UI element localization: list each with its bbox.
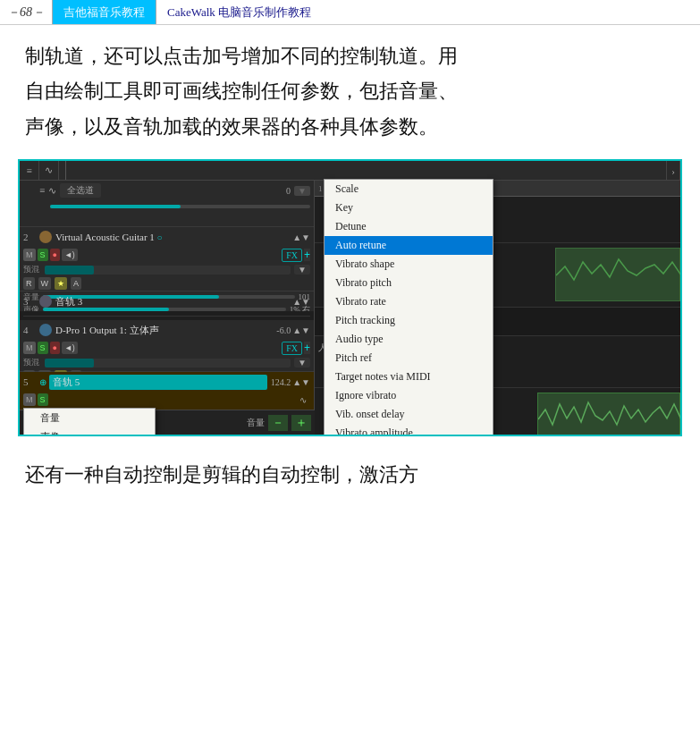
ruler-tick-1: 1 <box>318 184 323 193</box>
track2-type-dropdown[interactable]: ▼ <box>294 265 310 275</box>
bottom-minus-btn[interactable]: － <box>268 415 288 431</box>
track4-arrows: ▲▼ <box>292 325 310 335</box>
track1-name: 全选道 <box>60 183 286 198</box>
track2-midi-indicator: ○ <box>157 232 163 242</box>
menu-target-notes[interactable]: Target notes via MIDI <box>325 368 493 386</box>
track3-name: 音轨 3 <box>55 295 292 308</box>
track4-type-bar <box>45 359 291 368</box>
track3-num: 3 <box>23 296 36 307</box>
track4-name: D-Pro 1 Output 1: 立体声 <box>55 324 273 337</box>
track1-slider <box>20 200 314 213</box>
text-section-top: 制轨道，还可以点击加号增加不同的控制轨道。用 自由绘制工具即可画线控制任何参数，… <box>0 25 700 150</box>
menu-audio-type[interactable]: Audio type <box>325 330 493 349</box>
track5-num: 5 <box>23 376 36 387</box>
track1-name-label: 全选道 <box>60 183 101 198</box>
track4-solo-btn[interactable]: S <box>38 342 48 354</box>
daw-topbar: ≡ ∿ › <box>20 161 680 181</box>
menu-vibrato-amplitude[interactable]: Vibrato amplitude <box>325 424 493 436</box>
daw-scroll-btn[interactable]: › <box>666 161 680 181</box>
daw-btn-1[interactable]: ≡ <box>20 161 39 181</box>
tab-guitar-music[interactable]: 吉他福音乐教程 <box>53 0 156 24</box>
track2-solo-btn[interactable]: S <box>38 249 48 261</box>
track3-header: 3 音轨 3 ▲▼ <box>20 291 314 311</box>
track5-header: 5 ⊕ 音轨 5 124.2 ▲▼ <box>20 372 314 392</box>
track2-name: Virtual Acoustic Guitar 1 ○ <box>55 232 292 242</box>
track3-icon <box>39 295 52 308</box>
menu-pitch-tracking[interactable]: Pitch tracking <box>325 311 493 330</box>
menu-vib-onset-delay[interactable]: Vib. onset delay <box>325 405 493 424</box>
daw-btn-2[interactable]: ∿ <box>39 161 59 181</box>
track5-mute-btn[interactable]: M <box>23 393 36 406</box>
menu-scale[interactable]: Scale <box>325 180 493 199</box>
track5-submenu: 音量 声像 自动控制的静音 PC-音轨压缩器 ► PC-音轨均衡器 ► PC-音… <box>23 408 156 436</box>
bottom-text-section: 还有一种自动控制是剪辑的自动控制，激活方 <box>0 445 700 496</box>
track4-row3: 预混 ▼ <box>20 356 314 369</box>
track2-star-btn[interactable]: ★ <box>55 277 67 290</box>
track4-monitor-btn[interactable]: ◄) <box>62 342 78 354</box>
track-lane-1: ≡ ∿ 全选道 0 ▼ <box>20 181 314 227</box>
menu-detune[interactable]: Detune <box>325 217 493 236</box>
track3-line <box>23 316 310 317</box>
track2-num: 2 <box>23 232 36 242</box>
bottom-vol-label: 音量 <box>247 417 265 429</box>
text-line-1: 制轨道，还可以点击加号增加不同的控制轨道。用 <box>25 39 675 72</box>
track2-a-btn[interactable]: A <box>71 277 81 290</box>
track4-add-btn[interactable]: + <box>304 342 310 354</box>
track4-btns: M S ● ◄) FX + <box>20 340 314 356</box>
track4-icon <box>39 324 52 336</box>
context-menu: Scale Key Detune Auto retune Vibrato sha… <box>324 179 493 436</box>
track4-value: -6.0 <box>276 325 291 335</box>
track2-row3: 预混 ▼ <box>20 263 314 276</box>
track5-midi-icon: ⊕ <box>39 377 46 387</box>
bottom-plus-btn[interactable]: ＋ <box>291 415 311 431</box>
track-lane-2: 2 Virtual Acoustic Guitar 1 ○ ▲▼ M S ● ◄… <box>20 227 314 291</box>
daw-container: ≡ ∿ › ≡ ∿ 全选道 0 ▼ <box>18 159 682 436</box>
track1-wave-icon: ∿ <box>48 185 56 197</box>
track3-content <box>20 311 314 320</box>
menu-vibrato-pitch[interactable]: Vibrato pitch <box>325 274 493 292</box>
track1-header: ≡ ∿ 全选道 0 ▼ <box>20 181 314 200</box>
track1-icon: ≡ <box>39 185 45 196</box>
track4-type-label: 预混 <box>23 357 41 368</box>
track4-header: 4 D-Pro 1 Output 1: 立体声 -6.0 ▲▼ <box>20 320 314 340</box>
menu-vibrato-rate[interactable]: Vibrato rate <box>325 292 493 311</box>
track2-btns: M S ● ◄) FX + <box>20 247 314 263</box>
menu-autoretune[interactable]: Auto retune <box>325 236 493 255</box>
menu-key[interactable]: Key <box>325 199 493 217</box>
track1-slider-bar[interactable] <box>50 205 310 208</box>
track4-type-dropdown[interactable]: ▼ <box>294 358 310 368</box>
track5-menu-vol[interactable]: 音量 <box>24 409 155 427</box>
text-line-2: 自由绘制工具即可画线控制任何参数，包括音量、 <box>25 74 675 107</box>
track2-record-btn[interactable]: ● <box>50 249 60 261</box>
menu-vibrato-shape[interactable]: Vibrato shape <box>325 255 493 274</box>
track2-monitor-btn[interactable]: ◄) <box>62 249 78 261</box>
tab-cakewalk[interactable]: CakeWalk 电脑音乐制作教程 <box>156 0 322 24</box>
track2-header: 2 Virtual Acoustic Guitar 1 ○ ▲▼ <box>20 227 314 247</box>
track5-name: 音轨 5 <box>49 375 267 390</box>
track2-fx-label[interactable]: FX <box>282 249 302 262</box>
track4-mute-btn[interactable]: M <box>23 342 36 354</box>
waveform-svg-2 <box>556 249 680 302</box>
page-number: －68－ <box>0 0 53 24</box>
track5-menu-pan[interactable]: 声像 <box>24 427 155 436</box>
text-line-3: 声像，以及音轨加载的效果器的各种具体参数。 <box>25 110 675 143</box>
menu-ignore-vibrato[interactable]: Ignore vibrato <box>325 386 493 405</box>
track4-fx-label[interactable]: FX <box>282 342 302 355</box>
track2-type-bar <box>45 266 291 275</box>
track2-add-btn[interactable]: + <box>304 249 310 261</box>
track2-mute-btn[interactable]: M <box>23 249 36 261</box>
track1-dropdown[interactable]: ▼ <box>294 186 310 196</box>
content-track5-waveform <box>537 393 680 436</box>
track5-btns: M S ∿ <box>20 392 314 408</box>
track5-value: 124.2 <box>271 377 291 387</box>
track5-solo-btn[interactable]: S <box>38 393 48 406</box>
track5-arrows: ▲▼ <box>292 377 310 387</box>
track1-slider-fill <box>50 205 181 208</box>
track2-w-btn[interactable]: W <box>38 277 52 290</box>
track-lane-3: 3 音轨 3 ▲▼ <box>20 291 314 320</box>
menu-pitch-ref[interactable]: Pitch ref <box>325 349 493 368</box>
track2-row4: R W ★ A <box>20 276 314 291</box>
track2-type-fill <box>45 266 94 275</box>
track2-r-btn[interactable]: R <box>23 277 35 290</box>
track4-record-btn[interactable]: ● <box>50 342 60 354</box>
